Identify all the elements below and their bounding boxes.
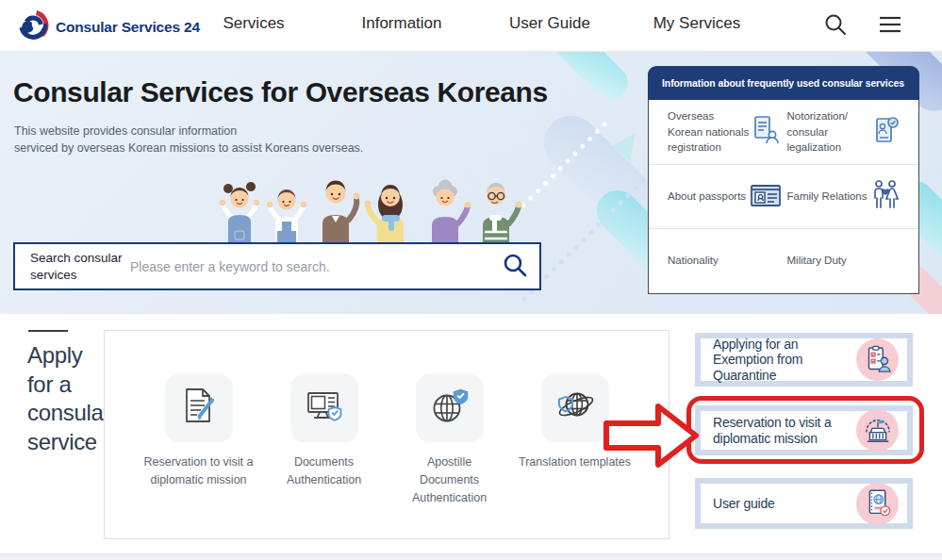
frequently-used-services-panel: Information about frequently used consul… (648, 66, 919, 294)
search-icon (502, 252, 528, 281)
search-submit-button[interactable] (490, 252, 539, 281)
panel-item-military-duty[interactable]: Military Duty (787, 253, 907, 269)
service-apostille-authentication[interactable]: Apostille Documents Authentication (416, 374, 484, 442)
clipboard-person-icon (856, 338, 899, 381)
page: Consular Services 24 Services Informatio… (0, 0, 942, 560)
panel-item-nationality[interactable]: Nationality (668, 253, 787, 269)
government-building-gauge-icon (856, 409, 899, 452)
hero-subtitle: This website provides consular informati… (14, 124, 363, 156)
boy-figure (267, 189, 306, 244)
panel-body: Overseas Korean nationals registration (648, 100, 919, 294)
panel-row: About passports Fam (649, 164, 918, 228)
search-bar-label: Search consular services (15, 250, 130, 283)
hamburger-menu-icon[interactable] (878, 13, 902, 40)
passport-icon (750, 181, 782, 213)
family-heart-icon (870, 179, 901, 215)
top-navigation-bar: Consular Services 24 Services Informatio… (0, 0, 942, 52)
monitor-shield-icon (304, 386, 345, 431)
document-pencil-icon (178, 386, 220, 431)
grandpa-figure (483, 183, 522, 244)
section-rule (28, 330, 68, 332)
service-documents-authentication[interactable]: Documents Authentication (290, 374, 358, 442)
quick-link-reservation-diplomatic-mission[interactable]: Reservation to visit a diplomatic missio… (695, 405, 913, 455)
nav-item-services[interactable]: Services (223, 14, 284, 33)
grandma-figure (432, 180, 471, 245)
hero-title: Consular Services for Overseas Koreans (13, 76, 548, 108)
site-logo[interactable]: Consular Services 24 (17, 9, 200, 45)
nav-item-user-guide[interactable]: User Guide (509, 14, 590, 33)
passport-stamp-check-icon (856, 483, 899, 525)
dad-figure (322, 181, 360, 245)
nav-item-my-services[interactable]: My Services (653, 14, 741, 33)
hero-subtitle-line-1: This website provides consular informati… (14, 124, 363, 140)
search-input[interactable] (130, 259, 490, 274)
nav-item-information[interactable]: Information (361, 14, 441, 33)
girl-figure (220, 182, 259, 244)
korea-government-emblem-icon (17, 9, 49, 45)
panel-title: Information about frequently used consul… (648, 66, 919, 100)
next-section-edge (0, 553, 942, 560)
consular-services-card: Reservation to visit a diplomatic missio… (104, 330, 669, 539)
brand-name: Consular Services 24 (56, 19, 200, 36)
panel-row: Nationality Military Duty (649, 228, 918, 292)
document-person-icon (752, 115, 782, 149)
quick-link-exemption-quarantine[interactable]: Applying for an Exemption from Quarantin… (695, 333, 913, 387)
service-translation-templates[interactable]: Translation templates (541, 374, 609, 442)
family-illustration (215, 173, 528, 244)
mom-figure (365, 185, 405, 244)
consular-search-bar: Search consular services (13, 242, 541, 290)
panel-item-about-passports[interactable]: About passports (668, 181, 787, 213)
apply-section-heading: Apply for a consular service (27, 341, 110, 457)
globe-orbit-shield-icon (554, 386, 597, 431)
hero-subtitle-line-2: serviced by overseas Korean missions to … (14, 140, 363, 157)
id-card-check-icon (870, 115, 901, 149)
quick-link-user-guide[interactable]: User guide (695, 478, 913, 529)
panel-item-family-relations[interactable]: Family Relations (787, 179, 907, 215)
service-reservation-diplomatic-mission[interactable]: Reservation to visit a diplomatic missio… (165, 374, 233, 442)
panel-item-notarization-legalization[interactable]: Notorization/ consular legalization (787, 108, 907, 156)
search-icon[interactable] (823, 12, 848, 41)
panel-item-overseas-korean-registration[interactable]: Overseas Korean nationals registration (668, 108, 787, 156)
panel-row: Overseas Korean nationals registration (649, 100, 918, 164)
globe-shield-icon (429, 386, 471, 431)
